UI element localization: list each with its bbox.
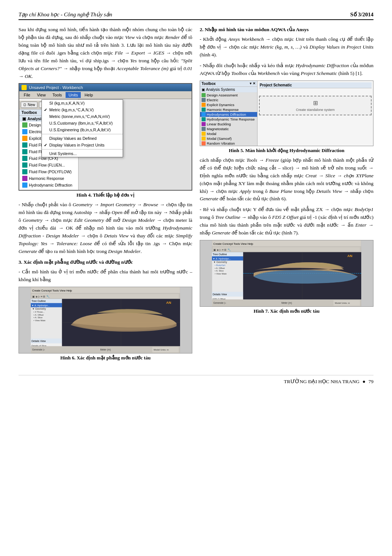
right-column: 2. Nhập mô hình tàu vào môđun AQWA của A… — [200, 26, 373, 364]
icon-modal-samcef — [202, 136, 206, 141]
tree-fluid-fluent[interactable]: Fluid Flow (FLUEN... — [19, 162, 78, 168]
menu-units[interactable]: Units — [66, 92, 81, 98]
fig6-image: Create Concept Tools View Help ▣ ◈ ▷ ≡ ⊞… — [19, 287, 192, 353]
dropdown-item-si[interactable]: SI (kg,m,s,K,A,N,V) — [42, 100, 123, 106]
dropdown-item-us-custom[interactable]: U.S.Customary (lbm,in,s,°F,A,lbf,V) — [42, 120, 123, 126]
menu-tools[interactable]: Tools — [49, 92, 65, 98]
main-content: Sau khi dựng xong mô hình, tiến hành tạo… — [19, 26, 373, 364]
icon-harmonic — [202, 108, 206, 112]
right-tree-random-vibration[interactable]: Random Vibration — [200, 141, 257, 146]
toolbox-label: Toolbox — [21, 110, 37, 115]
collapse-icon: ▣ — [202, 88, 205, 92]
wb-titlebar: Unsaved Project - Workbench — [19, 84, 192, 91]
svg-text:▣ ◈ ▷ ≡ ⊞ 🔧: ▣ ◈ ▷ ≡ ⊞ 🔧 — [32, 295, 50, 298]
toolbox-pane: Toolbox ▾ ✕ ▣ Analysis Systems Design As… — [200, 81, 258, 146]
svg-text:Generate ▷: Generate ▷ — [213, 302, 226, 305]
right-para2: - Nhấp đôi chuột hoặc nhấp và kéo thả mụ… — [200, 62, 373, 78]
svg-text:• A: Slice: • A: Slice — [34, 316, 43, 319]
create-standalone-box: ⊞ Create standalone system — [259, 96, 372, 115]
analysis-systems-header-right: ▣ Analysis Systems — [200, 87, 257, 93]
electric-icon — [22, 129, 27, 134]
right-tree-design-assessment[interactable]: Design Assessment — [200, 93, 257, 98]
figure4-container: Unsaved Project - Workbench File View To… — [19, 83, 192, 198]
right-tree-modal-samcef[interactable]: Modal (Samcef) — [200, 136, 257, 141]
left-para1: Sau khi dựng xong mô hình, tiến hành tạo… — [19, 26, 192, 80]
svg-text:▼ Geometry: ▼ Geometry — [32, 307, 46, 310]
svg-text:Model Units: m: Model Units: m — [335, 302, 350, 305]
fig5-ui: Toolbox ▾ ✕ ▣ Analysis Systems Design As… — [200, 80, 373, 146]
svg-text:• 4 Three...: • 4 Three... — [34, 310, 45, 313]
svg-rect-4 — [31, 294, 179, 298]
icon-hydro-time — [202, 117, 206, 121]
wb-title: Unsaved Project - Workbench — [29, 85, 83, 90]
toolbox-label-text: Toolbox — [202, 82, 216, 86]
fig6-svg: Create Concept Tools View Help ▣ ◈ ▷ ≡ ⊞… — [19, 287, 192, 353]
right-tree-modal[interactable]: Modal — [200, 131, 257, 136]
svg-text:Details View: Details View — [31, 340, 46, 342]
icon-electric — [202, 98, 206, 102]
right-tree-linear-buckling[interactable]: Linear Buckling — [200, 122, 257, 126]
menu-view[interactable]: View — [34, 92, 49, 98]
icon-linear-buckling — [202, 122, 206, 126]
figure5-container: Toolbox ▾ ✕ ▣ Analysis Systems Design As… — [200, 80, 373, 154]
svg-text:Generate ▷: Generate ▷ — [32, 348, 45, 351]
tree-hydro-diffraction[interactable]: Hydrodynamic Diffraction — [19, 182, 78, 188]
hydro-diffraction-icon — [22, 182, 27, 188]
icon-modal — [202, 132, 206, 136]
dropdown-item-defined[interactable]: Display Values as Defined — [42, 135, 123, 142]
right-para3: cách nhấp chọn mục Tools → Freeze (giúp … — [200, 157, 373, 203]
page-header: Tạp chí Khoa học - Công nghệ Thủy sản Số… — [19, 11, 373, 20]
svg-text:• View Mate: • View Mate — [215, 272, 227, 275]
dropdown-item-us-eng[interactable]: U.S.Engineering (lb,in,s,R,A,lbf,V) — [42, 126, 123, 133]
svg-text:AN: AN — [166, 301, 171, 305]
section3-para: - Cắt mô hình tàu ở vị trí mớn nước để p… — [19, 268, 192, 284]
svg-text:▼ A: Hydrodyn...: ▼ A: Hydrodyn... — [31, 304, 50, 307]
project-schematic-title: Project Schematic — [259, 82, 372, 88]
dropdown-sep2 — [42, 149, 123, 149]
fig5-caption: Hình 5. Màn hình khởi động Hydrodynamic … — [200, 148, 373, 154]
right-tree-electric[interactable]: Electric — [200, 98, 257, 102]
left-para-after-fig4: - Nhấp chuột phải vào ô Geometry → Impor… — [19, 201, 192, 255]
toolbox-controls: ▾ ✕ — [250, 82, 256, 85]
svg-text:• BodyOp1: • BodyOp1 — [215, 264, 226, 266]
menu-file[interactable]: File — [21, 92, 33, 98]
workbench-window: Unsaved Project - Workbench File View To… — [19, 83, 192, 191]
toolbox-title: Toolbox ▾ ✕ — [200, 81, 257, 87]
right-tree-magnetostatic[interactable]: Magnetostatic — [200, 126, 257, 131]
svg-text:Meter (m): Meter (m) — [281, 302, 292, 305]
fig4-caption: Hình 4. Thiết lập hệ đơn vị — [19, 192, 192, 198]
footer-page: 79 — [369, 379, 374, 385]
tree-harmonic[interactable]: Harmonic Response — [19, 175, 78, 182]
page-footer: TRƯỜNG ĐẠI HỌC NHA TRANG ● 79 — [19, 375, 373, 385]
create-standalone-label: Create standalone system — [263, 108, 368, 112]
icon-hydro-diff — [202, 112, 206, 116]
right-tree-explicit-dynamics[interactable]: Explicit Dynamics — [200, 102, 257, 107]
harmonic-icon — [22, 176, 27, 181]
svg-text:• A: Offset: • A: Offset — [215, 267, 225, 269]
tree-fluid-polyflow[interactable]: Fluid Flow (POLYFLOW) — [19, 168, 78, 175]
svg-text:▣ ◈ ▷ ≡ ⊞ 🔧: ▣ ◈ ▷ ≡ ⊞ 🔧 — [213, 248, 231, 251]
dropdown-item-project-units[interactable]: ✓Display Values in Project Units — [42, 142, 123, 148]
svg-text:• A: Slice: • A: Slice — [215, 269, 224, 272]
design-assessment-icon — [22, 122, 27, 128]
dropdown-item-metric[interactable]: ✓Metric (kg,m,s,°C,A,N,V) — [42, 106, 123, 113]
analysis-systems-label: Analysis Systems — [206, 88, 235, 92]
footer-bullet: ● — [362, 379, 365, 385]
wb-icon — [21, 85, 27, 90]
right-tree-hydro-time[interactable]: Hydrodynamic Time Response — [200, 117, 257, 122]
expand-icon: ▣ — [22, 116, 26, 121]
new-button[interactable]: 🗋 New — [21, 102, 37, 108]
right-tree-hydro-diffraction[interactable]: Hydrodynamic Diffraction — [200, 112, 257, 117]
fluid-extrus-icon — [22, 149, 27, 154]
right-tree-harmonic-response[interactable]: Harmonic Response — [200, 107, 257, 112]
fluid-fluent-icon — [22, 162, 27, 168]
icon-design-assessment — [202, 93, 206, 97]
project-schematic-pane: Project Schematic ⊞ Create standalone sy… — [258, 81, 373, 146]
fig7-svg: Create Concept Tools View Help ▣ ◈ ▷ ≡ ⊞… — [200, 240, 373, 306]
svg-text:▼ Geometry: ▼ Geometry — [213, 261, 227, 264]
dropdown-item-metric-tonne[interactable]: Metric (tonne,mm,s,°C,mA,N,mV) — [42, 113, 123, 120]
fig6-caption: Hình 6. Xác định mặt phẳng mớn nước tàu — [19, 355, 192, 361]
explicit-dynamics-icon — [22, 136, 27, 141]
menu-help[interactable]: Help — [82, 92, 96, 98]
dropdown-item-unit-systems[interactable]: Unit Systems... — [42, 150, 123, 157]
